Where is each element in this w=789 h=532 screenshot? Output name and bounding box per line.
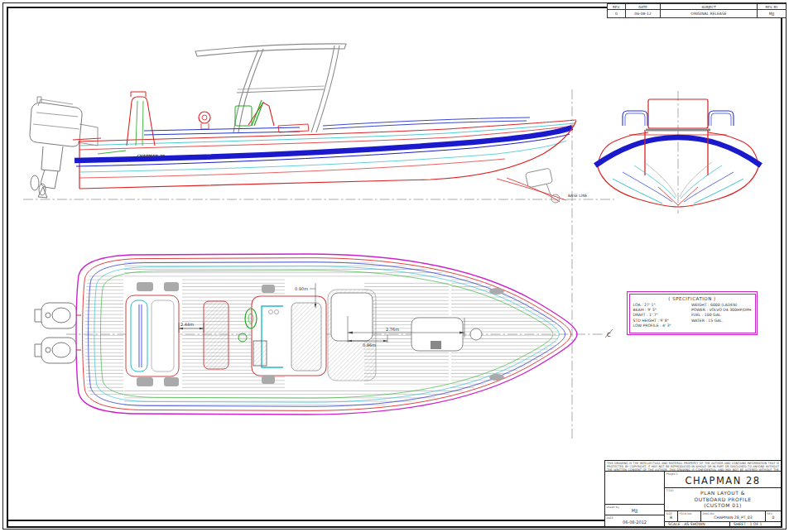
bow-appendage-sketch [497,168,566,203]
size-field: SIZE B [665,511,678,521]
fscm-label: FSCM NO [680,512,692,515]
dim-0-90: 0.90m [295,286,308,291]
dim-0-96: 0.96m [363,343,376,347]
centerline-symbol: C [605,329,613,338]
rev-cell-subject: ORIGINAL RELEASE [661,10,758,17]
drawing-sheet: CHAPMAN 28 BASE LINE [0,0,789,532]
rev-header-date: DATE [626,4,661,10]
dim-2-76: 2.76m [386,327,399,332]
midship-sunpad [328,290,376,381]
size-label: SIZE [666,512,672,515]
title-block: THIS DRAWING IS THE INTELLECTUAL AND MAT… [604,460,782,527]
console-and-seats-side [144,100,530,135]
specification-title: ( SPECIFICATION ) [633,296,752,301]
specification-box: ( SPECIFICATION ) LOA : 27' 1" BEAM : 9'… [627,291,758,335]
drawing-title-line-1: PLAN LAYOUT & [700,490,745,496]
rev-header-revby: REV. BY [758,4,786,10]
title-block-logo-area [605,472,664,504]
drawn-by-label: Drawn by [607,506,619,509]
drawing-title-line-2: OUTBOARD PROFILE [694,496,751,503]
fscm-field: FSCM NO [678,511,701,521]
rev-cell-date: 06-08-12 [626,10,661,17]
transom-bench-seat [126,295,179,376]
project-field: PROJECT: CHAPMAN 28 [665,472,781,488]
rev-cell-rev: 0 [608,10,626,17]
rev-field: REV 0 [766,511,781,521]
date-value: 06-08-2012 [605,515,664,526]
rev-label: REV [767,512,772,515]
copyright-disclaimer: THIS DRAWING IS THE INTELLECTUAL AND MAT… [605,461,781,472]
dwg-no-field: DWG NO CHAPMAN 28_PT_03 [701,511,766,521]
drawn-by-field: Drawn by MJJ [605,504,664,515]
bow-table [411,318,463,351]
dwg-no-label: DWG NO [703,512,714,515]
bow-view [595,91,761,213]
outboard-engine-side [30,97,98,198]
baseline-label: BASE LINE [568,194,587,198]
rev-cell-revby: MJJ [758,10,786,17]
title-label: TITLE: [666,489,675,492]
spec-water: WATER : 15 GAL. [691,319,752,324]
center-console [238,296,326,376]
specification-inner-frame: ( SPECIFICATION ) LOA : 27' 1" BEAM : 9'… [629,294,756,333]
revision-table: REV. DATE SUBJECT REV. BY 0 06-08-12 ORI… [607,3,787,18]
drawing-title-line-3: (CUSTOM 01) [704,502,742,509]
project-label: PROJECT: [666,472,679,476]
rev-header-rev: REV. [608,4,626,10]
plan-view: C [35,254,613,415]
bow-hatch [470,328,482,340]
spec-low-profile: LOW PROFILE : 4' 3" [633,324,686,328]
leaning-post [204,301,229,369]
date-field: DATE 06-08-2012 [605,515,664,526]
dim-2-44: 2.44m [180,322,194,327]
t-top-frame [195,44,346,132]
drawing-title-field: TITLE: PLAN LAYOUT & OUTBOARD PROFILE (C… [665,488,781,511]
sheet-number-field: SHEET : 1 OF 1 [729,522,781,526]
hull-name-text: CHAPMAN 28 [137,154,165,158]
boat-drawing: CHAPMAN 28 BASE LINE [0,0,789,532]
dwg-no-value: CHAPMAN 28_PT_03 [714,513,752,520]
date-label: DATE [607,516,613,520]
rev-header-subject: SUBJECT [661,4,758,10]
scale-field: SCALE : AS SHOWN [665,522,729,526]
project-name: CHAPMAN 28 [685,472,760,486]
twin-outboards-plan [35,303,81,363]
